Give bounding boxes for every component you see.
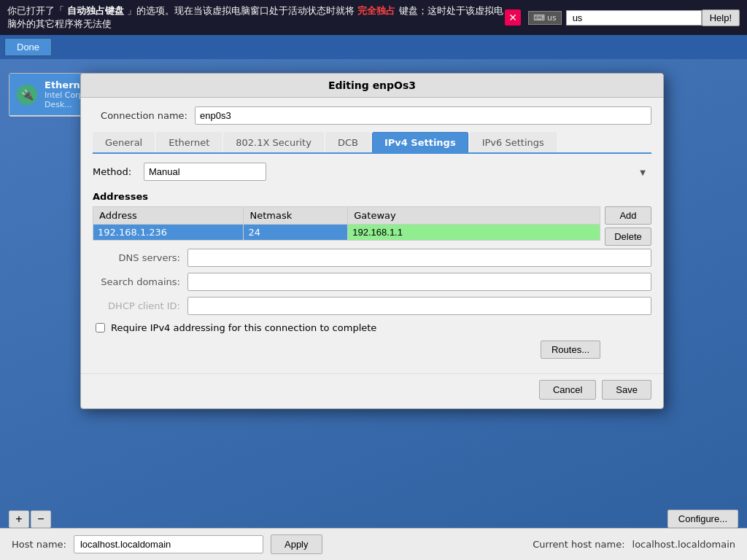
connection-name-input[interactable]	[195, 106, 651, 125]
require-ipv4-label: Require IPv4 addressing for this connect…	[111, 322, 376, 333]
done-bar: Done	[0, 35, 747, 59]
help-button[interactable]: Help!	[702, 9, 740, 26]
require-ipv4-row: Require IPv4 addressing for this connect…	[93, 322, 651, 333]
search-domains-row: Search domains:	[93, 273, 651, 291]
routes-button[interactable]: Routes...	[541, 341, 600, 359]
top-center-controls: ✕ ⌨ us	[505, 9, 702, 26]
addresses-table-wrap: Address Netmask Gateway 192.168.1.236 24	[93, 206, 600, 244]
tab-ipv4[interactable]: IPv4 Settings	[372, 132, 468, 152]
search-domains-input[interactable]	[187, 273, 651, 291]
close-icon[interactable]: ✕	[505, 9, 521, 26]
cell-address: 192.168.1.236	[93, 225, 244, 241]
notification-mid: 」的选项。现在当该虚拟电脑窗口处于活动状态时就将	[127, 5, 355, 16]
tab-dcb[interactable]: DCB	[325, 132, 371, 152]
list-controls: + −	[9, 510, 51, 528]
table-row[interactable]: 192.168.1.236 24	[93, 225, 600, 241]
editing-dialog: Editing enpOs3 Connection name: General …	[80, 73, 664, 409]
dns-servers-input[interactable]	[187, 249, 651, 267]
connection-name-label: Connection name:	[93, 110, 195, 121]
current-hostname-value: localhost.localdomain	[632, 539, 735, 550]
delete-address-button[interactable]: Delete	[605, 228, 651, 246]
hostname-input[interactable]	[74, 535, 263, 553]
dhcp-client-id-label: DHCP client ID:	[93, 300, 187, 311]
apply-button[interactable]: Apply	[271, 534, 322, 554]
keyboard-icon: ⌨	[533, 13, 545, 23]
col-netmask: Netmask	[244, 207, 348, 225]
addresses-title: Addresses	[93, 191, 651, 202]
dialog-body: Connection name: General Ethernet 802.1X…	[81, 98, 663, 373]
tab-general[interactable]: General	[93, 132, 155, 152]
notification-pre: 你已打开了「	[7, 5, 64, 16]
method-select-wrapper: Manual Automatic (DHCP) Link-Local Only …	[144, 163, 651, 181]
connection-name-row: Connection name:	[93, 106, 651, 125]
routes-row: Routes...	[93, 341, 651, 359]
tab-ipv6[interactable]: IPv6 Settings	[470, 132, 557, 152]
hostname-label: Host name:	[12, 539, 66, 550]
require-ipv4-checkbox[interactable]	[96, 323, 105, 332]
keyboard-icon-box: ⌨ us	[528, 11, 562, 25]
tab-ethernet[interactable]: Ethernet	[156, 132, 222, 152]
cancel-button[interactable]: Cancel	[539, 380, 596, 400]
remove-connection-button[interactable]: −	[31, 510, 51, 528]
method-select[interactable]: Manual Automatic (DHCP) Link-Local Only …	[144, 163, 266, 181]
network-item-icon: 🔌	[17, 85, 37, 105]
exclusive-label: 完全独占	[357, 5, 395, 16]
cell-gateway[interactable]	[348, 225, 600, 241]
table-buttons: Add Delete	[600, 206, 651, 249]
notification-text: 你已打开了「 自动独占键盘 」的选项。现在当该虚拟电脑窗口处于活动状态时就将 完…	[7, 4, 505, 31]
top-right-controls: Help!	[702, 9, 740, 26]
addresses-header-row: Address Netmask Gateway	[93, 207, 600, 225]
keyboard-mode-text: 自动独占键盘	[67, 5, 124, 16]
dhcp-client-id-row: DHCP client ID:	[93, 297, 651, 315]
addresses-wrapper: Address Netmask Gateway 192.168.1.236 24	[93, 206, 651, 249]
dialog-title: Editing enpOs3	[81, 74, 663, 98]
cell-netmask: 24	[244, 225, 348, 241]
method-row: Method: Manual Automatic (DHCP) Link-Loc…	[93, 163, 651, 181]
dialog-footer: Cancel Save	[81, 373, 663, 408]
addresses-table: Address Netmask Gateway 192.168.1.236 24	[93, 206, 600, 241]
col-gateway: Gateway	[348, 207, 600, 225]
col-address: Address	[93, 207, 244, 225]
lang-display: us	[547, 13, 557, 23]
gateway-input[interactable]	[352, 227, 595, 238]
dns-servers-row: DNS servers:	[93, 249, 651, 267]
tab-8021x[interactable]: 802.1X Security	[223, 132, 324, 152]
add-address-button[interactable]: Add	[605, 206, 651, 225]
bottom-bar: Host name: Apply Current host name: loca…	[0, 528, 747, 560]
dhcp-client-id-input[interactable]	[187, 297, 651, 315]
add-connection-button[interactable]: +	[9, 510, 29, 528]
configure-button[interactable]: Configure...	[667, 510, 738, 528]
lang-input[interactable]	[566, 10, 702, 26]
save-button[interactable]: Save	[602, 380, 651, 400]
search-domains-label: Search domains:	[93, 276, 187, 287]
dns-servers-label: DNS servers:	[93, 252, 187, 263]
settings-tabs: General Ethernet 802.1X Security DCB IPv…	[93, 132, 651, 154]
method-label: Method:	[93, 166, 144, 177]
notification-bar: 你已打开了「 自动独占键盘 」的选项。现在当该虚拟电脑窗口处于活动状态时就将 完…	[0, 0, 747, 35]
current-hostname-label: Current host name:	[533, 539, 624, 550]
done-button[interactable]: Done	[4, 38, 52, 56]
